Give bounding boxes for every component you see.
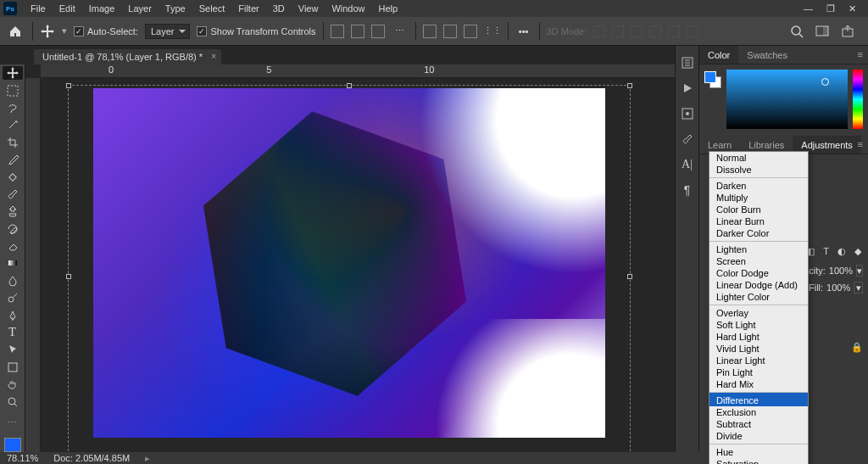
type-tool[interactable]: T bbox=[3, 326, 23, 339]
clone-stamp-tool[interactable] bbox=[3, 204, 23, 218]
blend-mode-item[interactable]: Saturation bbox=[709, 458, 808, 464]
blend-mode-item[interactable]: Darken bbox=[709, 177, 808, 192]
blend-mode-item[interactable]: Dissolve bbox=[709, 164, 808, 176]
blend-mode-item[interactable]: Subtract bbox=[709, 418, 808, 430]
menu-layer[interactable]: Layer bbox=[121, 0, 159, 17]
menu-image[interactable]: Image bbox=[82, 0, 122, 17]
overflow-icon[interactable]: ••• bbox=[515, 23, 532, 40]
fill-value[interactable]: 100% bbox=[826, 282, 850, 293]
transform-handle-w[interactable] bbox=[66, 274, 71, 279]
blend-mode-item[interactable]: Pin Light bbox=[709, 366, 808, 378]
marquee-tool[interactable] bbox=[3, 83, 23, 97]
home-icon[interactable] bbox=[5, 21, 25, 42]
brush-panel-icon[interactable] bbox=[681, 132, 694, 146]
workspace-icon[interactable] bbox=[815, 25, 829, 38]
blend-mode-item[interactable]: Multiply bbox=[709, 192, 808, 204]
align-right-icon[interactable] bbox=[371, 25, 385, 38]
align-center-h-icon[interactable] bbox=[351, 25, 364, 38]
blend-mode-item[interactable]: Lighter Color bbox=[709, 291, 808, 303]
healing-tool[interactable] bbox=[3, 170, 23, 183]
gradient-tool[interactable] bbox=[3, 256, 23, 270]
path-select-tool[interactable] bbox=[3, 343, 23, 356]
color-spectrum[interactable] bbox=[726, 70, 848, 129]
edit-toolbar-icon[interactable]: ⋯ bbox=[3, 416, 23, 429]
panel-menu-icon[interactable]: ≡ bbox=[858, 49, 863, 59]
menu-view[interactable]: View bbox=[292, 0, 326, 17]
menu-select[interactable]: Select bbox=[192, 0, 232, 17]
menu-help[interactable]: Help bbox=[372, 0, 405, 17]
transform-handle-ne[interactable] bbox=[627, 83, 632, 88]
properties-panel-icon[interactable] bbox=[681, 107, 694, 120]
blend-mode-item[interactable]: Screen bbox=[709, 255, 808, 267]
blend-mode-item[interactable]: Linear Light bbox=[709, 355, 808, 366]
menu-edit[interactable]: Edit bbox=[53, 0, 82, 17]
blend-mode-item[interactable]: Normal bbox=[709, 152, 808, 164]
color-picker-marker[interactable] bbox=[821, 78, 829, 86]
brush-tool[interactable] bbox=[3, 187, 23, 201]
swatches-panel-tab[interactable]: Swatches bbox=[738, 46, 796, 64]
align-bottom-icon[interactable] bbox=[464, 25, 477, 38]
auto-select-checkbox[interactable]: Auto-Select: bbox=[74, 26, 138, 36]
opacity-value[interactable]: 100% bbox=[829, 266, 853, 276]
blend-mode-item[interactable]: Darker Color bbox=[709, 227, 808, 239]
align-top-icon[interactable] bbox=[423, 25, 437, 38]
blend-mode-item[interactable]: Vivid Light bbox=[709, 343, 808, 355]
transform-bounding-box[interactable] bbox=[68, 85, 631, 452]
blur-tool[interactable] bbox=[3, 274, 23, 288]
blend-mode-item[interactable]: Hard Light bbox=[709, 331, 808, 343]
blend-mode-item-selected[interactable]: Difference bbox=[709, 392, 808, 406]
close-tab-icon[interactable]: × bbox=[211, 52, 216, 61]
blend-mode-dropdown[interactable]: Normal Dissolve Darken Multiply Color Bu… bbox=[709, 151, 809, 464]
dodge-tool[interactable] bbox=[3, 291, 23, 305]
transform-handle-nw[interactable] bbox=[66, 83, 71, 88]
blend-mode-item[interactable]: Divide bbox=[709, 430, 808, 442]
lasso-tool[interactable] bbox=[3, 101, 23, 115]
layer-filter-icon-3[interactable]: T bbox=[823, 246, 829, 257]
lock-icon[interactable]: 🔒 bbox=[851, 342, 863, 353]
hue-strip[interactable] bbox=[853, 70, 863, 129]
opacity-dropdown-icon[interactable]: ▾ bbox=[856, 265, 863, 277]
blend-mode-item[interactable]: Linear Dodge (Add) bbox=[709, 279, 808, 291]
layer-filter-icon-5[interactable]: ◆ bbox=[854, 246, 861, 257]
blend-mode-item[interactable]: Exclusion bbox=[709, 406, 808, 418]
zoom-tool[interactable] bbox=[3, 394, 23, 408]
fill-dropdown-icon[interactable]: ▾ bbox=[854, 282, 863, 293]
blend-mode-item[interactable]: Lighten bbox=[709, 241, 808, 255]
history-brush-tool[interactable] bbox=[3, 222, 23, 236]
eyedropper-tool[interactable] bbox=[3, 153, 23, 166]
fg-bg-swatches[interactable] bbox=[704, 71, 721, 88]
character-panel-icon[interactable]: A| bbox=[682, 158, 693, 171]
menu-window[interactable]: Window bbox=[325, 0, 371, 17]
foreground-color-swatch[interactable] bbox=[4, 438, 21, 452]
actions-panel-icon[interactable] bbox=[681, 81, 694, 95]
doc-size[interactable]: Doc: 2.05M/4.85M bbox=[53, 453, 130, 463]
distribute-more-icon[interactable]: ⋮⋮ bbox=[484, 23, 501, 40]
blend-mode-item[interactable]: Overlay bbox=[709, 305, 808, 319]
blend-mode-item[interactable]: Linear Burn bbox=[709, 215, 808, 227]
panel-menu-icon-2[interactable]: ≡ bbox=[858, 139, 863, 149]
auto-select-target-dropdown[interactable]: Layer bbox=[145, 24, 191, 39]
status-chevron-icon[interactable]: ▸ bbox=[145, 453, 150, 464]
more-align-icon[interactable]: ⋯ bbox=[392, 23, 409, 40]
show-transform-checkbox[interactable]: Show Transform Controls bbox=[197, 26, 315, 36]
document-tab[interactable]: Untitled-1 @ 78,1% (Layer 1, RGB/8) * × bbox=[34, 49, 221, 64]
paragraph-panel-icon[interactable]: ¶ bbox=[684, 183, 691, 197]
blend-mode-item[interactable]: Soft Light bbox=[709, 319, 808, 331]
zoom-level[interactable]: 78.11% bbox=[7, 453, 38, 463]
share-icon[interactable] bbox=[841, 25, 854, 38]
menu-file[interactable]: File bbox=[24, 0, 53, 17]
pen-tool[interactable] bbox=[3, 308, 23, 321]
window-close-icon[interactable]: ✕ bbox=[849, 3, 856, 14]
shape-tool[interactable] bbox=[3, 361, 23, 374]
hand-tool[interactable] bbox=[3, 377, 23, 391]
menu-filter[interactable]: Filter bbox=[231, 0, 265, 17]
align-left-icon[interactable] bbox=[331, 25, 344, 38]
tool-chevron-icon[interactable]: ▾ bbox=[62, 25, 67, 36]
magic-wand-tool[interactable] bbox=[3, 118, 23, 131]
transform-handle-e[interactable] bbox=[627, 274, 632, 279]
crop-tool[interactable] bbox=[3, 136, 23, 149]
eraser-tool[interactable] bbox=[3, 239, 23, 253]
menu-3d[interactable]: 3D bbox=[266, 0, 292, 17]
move-tool[interactable] bbox=[3, 66, 23, 80]
blend-mode-item[interactable]: Color Burn bbox=[709, 204, 808, 215]
